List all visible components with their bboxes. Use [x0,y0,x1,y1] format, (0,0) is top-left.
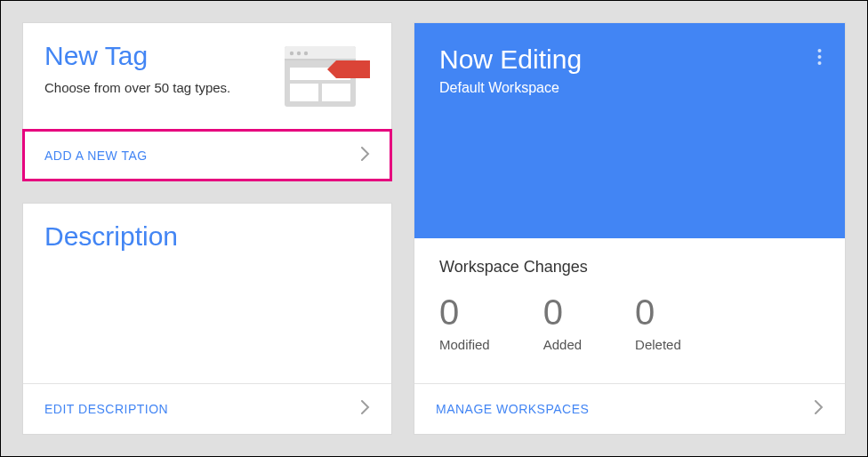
right-column: Now Editing Default Workspace Workspace … [414,22,846,435]
description-title: Description [44,221,370,252]
svg-rect-2 [285,59,356,60]
stat-deleted-label: Deleted [635,337,681,352]
svg-point-4 [297,52,301,55]
svg-point-3 [290,52,293,55]
svg-point-11 [818,61,822,65]
svg-point-5 [304,52,308,55]
stat-modified: 0 Modified [439,293,490,352]
workspace-stats: 0 Modified 0 Added 0 Deleted [439,293,820,352]
new-tag-body: New Tag Choose from over 50 tag types. [23,23,391,130]
stat-deleted-value: 0 [635,293,681,332]
manage-workspaces-button[interactable]: MANAGE WORKSPACES [414,383,845,434]
more-vert-icon[interactable] [812,43,827,75]
editing-body: Workspace Changes 0 Modified 0 Added 0 D… [414,238,845,383]
dashboard-container: New Tag Choose from over 50 tag types. [1,1,867,456]
chevron-right-icon [361,400,370,418]
editing-header: Now Editing Default Workspace [414,23,845,238]
stat-modified-label: Modified [439,337,490,352]
stat-added-label: Added [543,337,582,352]
new-tag-subtitle: Choose from over 50 tag types. [44,78,270,99]
stat-modified-value: 0 [439,293,490,332]
svg-rect-7 [290,84,318,101]
edit-description-label: EDIT DESCRIPTION [44,402,168,416]
svg-rect-1 [285,46,356,60]
description-card: Description EDIT DESCRIPTION [22,203,392,435]
editing-title: Now Editing [439,44,820,75]
add-new-tag-label: ADD A NEW TAG [44,148,148,163]
editing-subtitle: Default Workspace [439,80,820,96]
manage-workspaces-label: MANAGE WORKSPACES [436,402,589,416]
now-editing-card: Now Editing Default Workspace Workspace … [414,22,846,435]
new-tag-title: New Tag [44,41,270,71]
tag-illustration-icon [281,41,370,112]
edit-description-button[interactable]: EDIT DESCRIPTION [23,383,391,434]
workspace-changes-title: Workspace Changes [439,258,820,277]
stat-deleted: 0 Deleted [635,293,681,352]
chevron-right-icon [815,400,824,418]
svg-rect-8 [322,84,350,101]
add-new-tag-button[interactable]: ADD A NEW TAG [23,130,391,180]
description-body: Description [23,204,391,383]
left-column: New Tag Choose from over 50 tag types. [22,22,392,435]
svg-point-9 [818,49,822,52]
stat-added: 0 Added [543,293,582,352]
stat-added-value: 0 [543,293,582,332]
new-tag-text: New Tag Choose from over 50 tag types. [44,41,281,99]
new-tag-card: New Tag Choose from over 50 tag types. [22,22,392,181]
svg-point-10 [818,55,822,59]
chevron-right-icon [361,147,370,164]
